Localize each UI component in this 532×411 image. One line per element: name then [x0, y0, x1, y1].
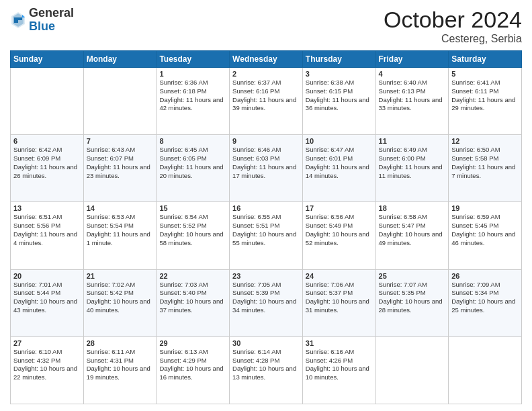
title-block: October 2024 Cestereg, Serbia	[384, 7, 522, 45]
daylight-text: Daylight: 10 hours and 28 minutes.	[379, 298, 446, 315]
daylight-text: Daylight: 11 hours and 4 minutes.	[13, 230, 81, 248]
logo-text: General Blue	[29, 7, 74, 34]
day-number: 9	[232, 137, 300, 145]
table-row: 23Sunrise: 7:05 AMSunset: 5:39 PMDayligh…	[230, 269, 303, 336]
sunrise-text: Sunrise: 6:54 AM	[159, 213, 226, 222]
daylight-text: Daylight: 10 hours and 52 minutes.	[306, 230, 373, 248]
logo: General Blue	[10, 7, 74, 34]
sunrise-text: Sunrise: 6:10 AM	[13, 348, 81, 357]
table-row: 24Sunrise: 7:06 AMSunset: 5:37 PMDayligh…	[302, 269, 375, 336]
day-number: 30	[232, 339, 300, 347]
table-row: 26Sunrise: 7:09 AMSunset: 5:34 PMDayligh…	[449, 269, 522, 336]
sunrise-text: Sunrise: 6:47 AM	[306, 146, 373, 154]
table-row: 25Sunrise: 7:07 AMSunset: 5:35 PMDayligh…	[375, 269, 449, 336]
col-wednesday: Wednesday	[230, 51, 303, 68]
sunset-text: Sunset: 5:45 PM	[451, 222, 519, 230]
calendar-week-5: 27Sunrise: 6:10 AMSunset: 4:32 PMDayligh…	[11, 336, 522, 404]
col-sunday: Sunday	[11, 51, 84, 68]
daylight-text: Daylight: 11 hours and 26 minutes.	[13, 163, 81, 181]
table-row: 17Sunrise: 6:56 AMSunset: 5:49 PMDayligh…	[302, 202, 375, 269]
table-row: 6Sunrise: 6:42 AMSunset: 6:09 PMDaylight…	[11, 135, 84, 202]
sunrise-text: Sunrise: 7:01 AM	[13, 281, 81, 289]
day-number: 13	[13, 204, 81, 212]
sunset-text: Sunset: 4:26 PM	[306, 357, 373, 365]
day-number: 20	[13, 272, 81, 280]
table-row: 1Sunrise: 6:36 AMSunset: 6:18 PMDaylight…	[157, 68, 230, 135]
day-number: 12	[451, 137, 519, 145]
daylight-text: Daylight: 10 hours and 58 minutes.	[159, 230, 226, 248]
sunrise-text: Sunrise: 6:14 AM	[232, 348, 300, 357]
sunset-text: Sunset: 5:37 PM	[306, 289, 373, 298]
sunset-text: Sunset: 6:00 PM	[379, 154, 446, 163]
daylight-text: Daylight: 10 hours and 31 minutes.	[306, 298, 373, 315]
day-number: 26	[451, 272, 519, 280]
sunset-text: Sunset: 4:28 PM	[232, 357, 300, 365]
sunset-text: Sunset: 6:18 PM	[159, 87, 226, 96]
sunset-text: Sunset: 6:09 PM	[13, 154, 81, 163]
sunset-text: Sunset: 5:49 PM	[306, 222, 373, 230]
day-number: 18	[379, 204, 446, 212]
table-row: 2Sunrise: 6:37 AMSunset: 6:16 PMDaylight…	[230, 68, 303, 135]
daylight-text: Daylight: 10 hours and 40 minutes.	[87, 298, 154, 315]
sunrise-text: Sunrise: 6:11 AM	[87, 348, 154, 357]
sunset-text: Sunset: 5:56 PM	[13, 222, 81, 230]
daylight-text: Daylight: 11 hours and 33 minutes.	[379, 96, 446, 113]
calendar-week-1: 1Sunrise: 6:36 AMSunset: 6:18 PMDaylight…	[11, 68, 522, 135]
title-location: Cestereg, Serbia	[384, 33, 522, 45]
day-number: 5	[451, 70, 519, 78]
table-row: 11Sunrise: 6:49 AMSunset: 6:00 PMDayligh…	[375, 135, 449, 202]
sunrise-text: Sunrise: 6:37 AM	[232, 79, 300, 87]
sunrise-text: Sunrise: 6:55 AM	[232, 213, 300, 222]
daylight-text: Daylight: 11 hours and 39 minutes.	[232, 96, 300, 113]
daylight-text: Daylight: 11 hours and 29 minutes.	[451, 96, 519, 113]
title-month: October 2024	[384, 7, 522, 33]
sunset-text: Sunset: 5:35 PM	[379, 289, 446, 298]
daylight-text: Daylight: 10 hours and 22 minutes.	[13, 365, 81, 382]
day-number: 17	[306, 204, 373, 212]
sunset-text: Sunset: 4:32 PM	[13, 357, 81, 365]
table-row: 4Sunrise: 6:40 AMSunset: 6:13 PMDaylight…	[375, 68, 449, 135]
table-row: 29Sunrise: 6:13 AMSunset: 4:29 PMDayligh…	[157, 336, 230, 404]
logo-general-text: General	[29, 7, 74, 20]
table-row: 15Sunrise: 6:54 AMSunset: 5:52 PMDayligh…	[157, 202, 230, 269]
sunrise-text: Sunrise: 7:06 AM	[306, 281, 373, 289]
day-number: 29	[159, 339, 226, 347]
table-row: 12Sunrise: 6:50 AMSunset: 5:58 PMDayligh…	[449, 135, 522, 202]
sunset-text: Sunset: 6:01 PM	[306, 154, 373, 163]
table-row: 9Sunrise: 6:46 AMSunset: 6:03 PMDaylight…	[230, 135, 303, 202]
calendar-week-4: 20Sunrise: 7:01 AMSunset: 5:44 PMDayligh…	[11, 269, 522, 336]
table-row: 21Sunrise: 7:02 AMSunset: 5:42 PMDayligh…	[83, 269, 157, 336]
day-number: 28	[87, 339, 154, 347]
sunrise-text: Sunrise: 6:45 AM	[159, 146, 226, 154]
sunset-text: Sunset: 6:03 PM	[232, 154, 300, 163]
sunset-text: Sunset: 4:29 PM	[159, 357, 226, 365]
table-row	[449, 336, 522, 404]
sunrise-text: Sunrise: 6:43 AM	[87, 146, 154, 154]
sunrise-text: Sunrise: 7:05 AM	[232, 281, 300, 289]
day-number: 19	[451, 204, 519, 212]
sunset-text: Sunset: 5:42 PM	[87, 289, 154, 298]
sunrise-text: Sunrise: 6:13 AM	[159, 348, 226, 357]
day-number: 25	[379, 272, 446, 280]
day-number: 31	[306, 339, 373, 347]
sunrise-text: Sunrise: 7:07 AM	[379, 281, 446, 289]
day-number: 24	[306, 272, 373, 280]
day-number: 10	[306, 137, 373, 145]
daylight-text: Daylight: 10 hours and 37 minutes.	[159, 298, 226, 315]
daylight-text: Daylight: 10 hours and 46 minutes.	[451, 230, 519, 248]
col-tuesday: Tuesday	[157, 51, 230, 68]
sunrise-text: Sunrise: 6:16 AM	[306, 348, 373, 357]
sunset-text: Sunset: 5:39 PM	[232, 289, 300, 298]
daylight-text: Daylight: 10 hours and 49 minutes.	[379, 230, 446, 248]
daylight-text: Daylight: 10 hours and 43 minutes.	[13, 298, 81, 315]
day-number: 23	[232, 272, 300, 280]
sunset-text: Sunset: 5:52 PM	[159, 222, 226, 230]
sunrise-text: Sunrise: 6:49 AM	[379, 146, 446, 154]
table-row: 20Sunrise: 7:01 AMSunset: 5:44 PMDayligh…	[11, 269, 84, 336]
sunrise-text: Sunrise: 6:42 AM	[13, 146, 81, 154]
sunrise-text: Sunrise: 6:36 AM	[159, 79, 226, 87]
daylight-text: Daylight: 11 hours and 20 minutes.	[159, 163, 226, 181]
daylight-text: Daylight: 10 hours and 10 minutes.	[306, 365, 373, 382]
day-number: 15	[159, 204, 226, 212]
table-row: 3Sunrise: 6:38 AMSunset: 6:15 PMDaylight…	[302, 68, 375, 135]
